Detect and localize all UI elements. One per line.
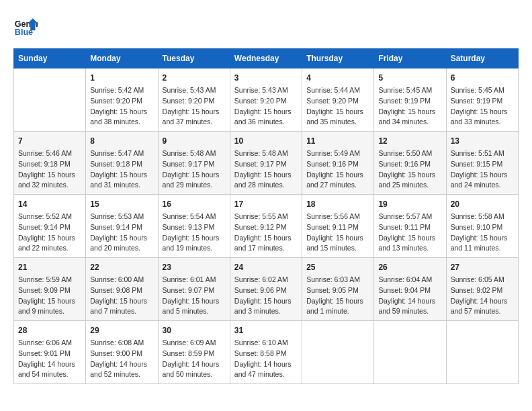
day-number: 30 (163, 324, 226, 336)
day-info: Sunrise: 6:08 AM Sunset: 9:00 PM Dayligh… (90, 338, 153, 380)
day-info: Sunrise: 5:43 AM Sunset: 9:20 PM Dayligh… (234, 85, 298, 128)
day-info: Sunrise: 5:48 AM Sunset: 9:17 PM Dayligh… (234, 148, 298, 191)
day-cell: 27Sunrise: 6:05 AM Sunset: 9:02 PM Dayli… (446, 258, 518, 321)
col-header-thursday: Thursday (302, 49, 374, 68)
logo-icon: General Blue (13, 13, 38, 38)
day-cell: 26Sunrise: 6:04 AM Sunset: 9:04 PM Dayli… (374, 258, 446, 321)
day-cell: 4Sunrise: 5:44 AM Sunset: 9:20 PM Daylig… (302, 68, 374, 132)
day-cell: 29Sunrise: 6:08 AM Sunset: 9:00 PM Dayli… (86, 321, 158, 384)
day-number: 8 (90, 135, 153, 147)
header-row: SundayMondayTuesdayWednesdayThursdayFrid… (14, 49, 519, 68)
day-cell: 24Sunrise: 6:02 AM Sunset: 9:06 PM Dayli… (230, 258, 302, 321)
day-number: 17 (234, 198, 298, 210)
col-header-wednesday: Wednesday (230, 49, 302, 68)
day-cell: 18Sunrise: 5:56 AM Sunset: 9:11 PM Dayli… (302, 195, 374, 258)
day-cell: 10Sunrise: 5:48 AM Sunset: 9:17 PM Dayli… (230, 132, 302, 195)
day-number: 26 (378, 261, 441, 273)
day-cell: 21Sunrise: 5:59 AM Sunset: 9:09 PM Dayli… (14, 258, 86, 321)
day-number: 25 (306, 261, 369, 273)
day-cell (374, 321, 446, 384)
day-number: 21 (18, 261, 81, 273)
day-info: Sunrise: 6:05 AM Sunset: 9:02 PM Dayligh… (451, 275, 514, 317)
day-number: 11 (306, 135, 369, 147)
day-cell: 13Sunrise: 5:51 AM Sunset: 9:15 PM Dayli… (446, 132, 518, 195)
day-number: 12 (378, 135, 441, 147)
day-info: Sunrise: 6:00 AM Sunset: 9:08 PM Dayligh… (90, 275, 153, 317)
day-number: 2 (163, 72, 226, 84)
day-cell: 23Sunrise: 6:01 AM Sunset: 9:07 PM Dayli… (158, 258, 230, 321)
week-row-1: 1Sunrise: 5:42 AM Sunset: 9:20 PM Daylig… (14, 68, 519, 132)
week-row-5: 28Sunrise: 6:06 AM Sunset: 9:01 PM Dayli… (14, 321, 519, 384)
day-cell: 9Sunrise: 5:48 AM Sunset: 9:17 PM Daylig… (158, 132, 230, 195)
day-info: Sunrise: 6:09 AM Sunset: 8:59 PM Dayligh… (163, 338, 226, 380)
day-cell: 20Sunrise: 5:58 AM Sunset: 9:10 PM Dayli… (446, 195, 518, 258)
col-header-monday: Monday (86, 49, 158, 68)
day-info: Sunrise: 5:43 AM Sunset: 9:20 PM Dayligh… (163, 85, 226, 128)
day-info: Sunrise: 5:53 AM Sunset: 9:14 PM Dayligh… (90, 212, 153, 254)
day-info: Sunrise: 6:04 AM Sunset: 9:04 PM Dayligh… (378, 275, 441, 317)
day-number: 10 (234, 135, 298, 147)
day-number: 1 (90, 72, 153, 84)
day-cell (446, 321, 518, 384)
day-cell: 5Sunrise: 5:45 AM Sunset: 9:19 PM Daylig… (374, 68, 446, 132)
day-info: Sunrise: 5:49 AM Sunset: 9:16 PM Dayligh… (306, 148, 369, 191)
day-number: 31 (234, 324, 298, 336)
day-info: Sunrise: 5:56 AM Sunset: 9:11 PM Dayligh… (306, 212, 369, 254)
day-cell: 11Sunrise: 5:49 AM Sunset: 9:16 PM Dayli… (302, 132, 374, 195)
day-number: 22 (90, 261, 153, 273)
day-info: Sunrise: 5:45 AM Sunset: 9:19 PM Dayligh… (378, 85, 441, 128)
calendar-table: SundayMondayTuesdayWednesdayThursdayFrid… (13, 48, 519, 384)
week-row-4: 21Sunrise: 5:59 AM Sunset: 9:09 PM Dayli… (14, 258, 519, 321)
day-number: 14 (18, 198, 81, 210)
day-info: Sunrise: 6:10 AM Sunset: 8:58 PM Dayligh… (234, 338, 298, 380)
day-number: 9 (163, 135, 226, 147)
day-number: 3 (234, 72, 298, 84)
day-cell: 19Sunrise: 5:57 AM Sunset: 9:11 PM Dayli… (374, 195, 446, 258)
day-number: 16 (163, 198, 226, 210)
day-number: 13 (451, 135, 514, 147)
day-info: Sunrise: 5:48 AM Sunset: 9:17 PM Dayligh… (163, 148, 226, 191)
col-header-saturday: Saturday (446, 49, 518, 68)
day-number: 29 (90, 324, 153, 336)
day-number: 23 (163, 261, 226, 273)
day-number: 28 (18, 324, 81, 336)
day-info: Sunrise: 5:45 AM Sunset: 9:19 PM Dayligh… (451, 85, 514, 128)
col-header-friday: Friday (374, 49, 446, 68)
day-cell: 17Sunrise: 5:55 AM Sunset: 9:12 PM Dayli… (230, 195, 302, 258)
day-number: 19 (378, 198, 441, 210)
day-cell: 30Sunrise: 6:09 AM Sunset: 8:59 PM Dayli… (158, 321, 230, 384)
day-info: Sunrise: 5:51 AM Sunset: 9:15 PM Dayligh… (451, 148, 514, 191)
day-cell: 7Sunrise: 5:46 AM Sunset: 9:18 PM Daylig… (14, 132, 86, 195)
day-cell: 15Sunrise: 5:53 AM Sunset: 9:14 PM Dayli… (86, 195, 158, 258)
day-cell: 8Sunrise: 5:47 AM Sunset: 9:18 PM Daylig… (86, 132, 158, 195)
day-info: Sunrise: 5:54 AM Sunset: 9:13 PM Dayligh… (163, 212, 226, 254)
header: General Blue (13, 13, 519, 38)
day-cell: 3Sunrise: 5:43 AM Sunset: 9:20 PM Daylig… (230, 68, 302, 132)
day-cell: 14Sunrise: 5:52 AM Sunset: 9:14 PM Dayli… (14, 195, 86, 258)
day-number: 18 (306, 198, 369, 210)
day-cell (14, 68, 86, 132)
day-info: Sunrise: 5:47 AM Sunset: 9:18 PM Dayligh… (90, 148, 153, 191)
week-row-3: 14Sunrise: 5:52 AM Sunset: 9:14 PM Dayli… (14, 195, 519, 258)
day-cell: 28Sunrise: 6:06 AM Sunset: 9:01 PM Dayli… (14, 321, 86, 384)
day-cell (302, 321, 374, 384)
day-info: Sunrise: 5:55 AM Sunset: 9:12 PM Dayligh… (234, 212, 298, 254)
day-cell: 1Sunrise: 5:42 AM Sunset: 9:20 PM Daylig… (86, 68, 158, 132)
day-info: Sunrise: 6:03 AM Sunset: 9:05 PM Dayligh… (306, 275, 369, 317)
week-row-2: 7Sunrise: 5:46 AM Sunset: 9:18 PM Daylig… (14, 132, 519, 195)
day-info: Sunrise: 5:50 AM Sunset: 9:16 PM Dayligh… (378, 148, 441, 191)
logo: General Blue (13, 13, 40, 38)
day-number: 5 (378, 72, 441, 84)
day-cell: 16Sunrise: 5:54 AM Sunset: 9:13 PM Dayli… (158, 195, 230, 258)
day-info: Sunrise: 6:01 AM Sunset: 9:07 PM Dayligh… (163, 275, 226, 317)
day-info: Sunrise: 6:02 AM Sunset: 9:06 PM Dayligh… (234, 275, 298, 317)
day-info: Sunrise: 5:58 AM Sunset: 9:10 PM Dayligh… (451, 212, 514, 254)
day-number: 4 (306, 72, 369, 84)
svg-text:Blue: Blue (15, 28, 33, 37)
day-cell: 12Sunrise: 5:50 AM Sunset: 9:16 PM Dayli… (374, 132, 446, 195)
day-cell: 25Sunrise: 6:03 AM Sunset: 9:05 PM Dayli… (302, 258, 374, 321)
day-info: Sunrise: 5:52 AM Sunset: 9:14 PM Dayligh… (18, 212, 81, 254)
day-info: Sunrise: 5:59 AM Sunset: 9:09 PM Dayligh… (18, 275, 81, 317)
day-info: Sunrise: 5:42 AM Sunset: 9:20 PM Dayligh… (90, 85, 153, 128)
day-info: Sunrise: 5:57 AM Sunset: 9:11 PM Dayligh… (378, 212, 441, 254)
